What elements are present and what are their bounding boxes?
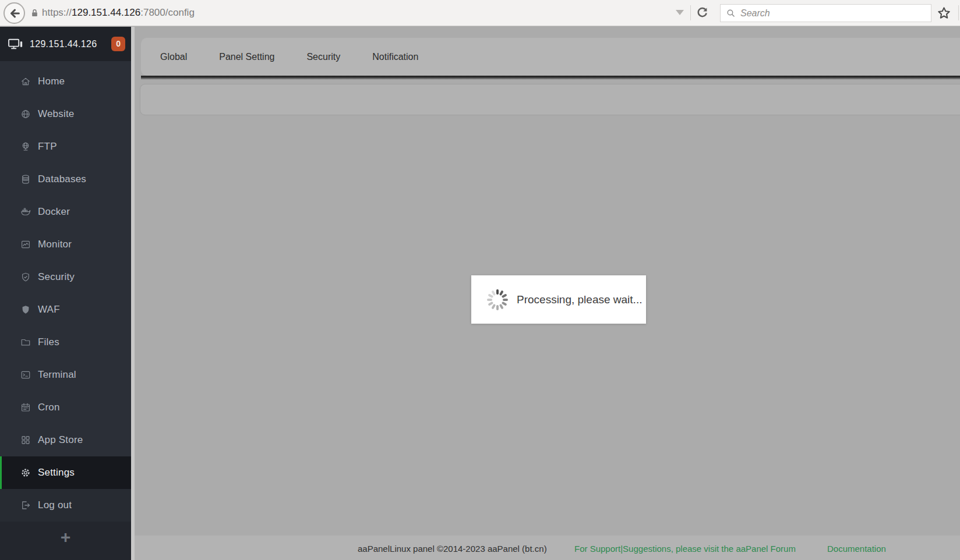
sidebar-item-home[interactable]: Home [0,65,131,98]
sidebar-item-label: Settings [38,467,75,479]
footer: aaPanelLinux panel ©2014-2023 aaPanel (b… [135,536,960,560]
sidebar-item-website[interactable]: Website [0,98,131,130]
docker-icon [20,207,31,217]
spinner-icon [486,288,509,311]
ftp-icon [20,141,31,152]
sidebar-item-label: App Store [38,434,83,446]
sidebar-item-label: Databases [38,173,86,185]
tab-bar-shadow [141,76,960,80]
database-icon [20,174,31,185]
copyright-text: aaPanelLinux panel ©2014-2023 aaPanel (b… [358,536,547,560]
tab-panel-setting[interactable]: Panel Setting [219,52,274,62]
sidebar-item-label: Log out [38,499,72,511]
settings-tab-bar: GlobalPanel SettingSecurityNotification [141,38,960,76]
toolbar-divider-right [958,5,959,20]
logout-icon [20,500,31,511]
sidebar-item-label: Security [38,271,75,283]
main-content: GlobalPanel SettingSecurityNotification … [135,27,960,560]
sidebar-item-label: Website [38,108,75,120]
sidebar: 129.151.44.126 0 Home Website FTP Databa… [0,27,131,560]
app-grid-icon [20,435,31,445]
url-scheme: https:// [42,7,72,18]
documentation-link[interactable]: Documentation [827,536,886,560]
url-path: :7800/config [140,7,195,18]
tab-security[interactable]: Security [306,52,340,62]
sidebar-item-files[interactable]: Files [0,326,131,359]
server-ip: 129.151.44.126 [30,39,97,49]
sidebar-nav: Home Website FTP Databases Docker Monito… [0,61,131,522]
sidebar-item-log-out[interactable]: Log out [0,489,131,522]
browser-search-box[interactable] [720,4,931,22]
gear-icon [20,467,31,478]
sidebar-item-label: Cron [38,402,60,413]
sidebar-item-terminal[interactable]: Terminal [0,359,131,391]
sidebar-item-label: Docker [38,206,70,218]
server-header[interactable]: 129.151.44.126 0 [0,27,131,61]
sidebar-item-app-store[interactable]: App Store [0,424,131,456]
sidebar-item-monitor[interactable]: Monitor [0,228,131,261]
sidebar-item-label: Home [38,76,65,87]
sidebar-item-label: FTP [38,141,57,153]
sidebar-item-docker[interactable]: Docker [0,196,131,228]
sidebar-item-settings[interactable]: Settings [0,456,131,489]
lock-icon [29,8,40,21]
globe-icon [20,109,31,119]
back-arrow-icon [8,7,21,20]
support-link[interactable]: For Support|Suggestions, please visit th… [574,536,796,560]
sidebar-item-waf[interactable]: WAF [0,293,131,326]
reload-button[interactable] [696,6,709,22]
server-device-icon [8,37,23,51]
tab-notification[interactable]: Notification [372,52,418,62]
toolbar-divider [690,5,691,20]
search-input[interactable] [740,8,931,19]
sidebar-item-databases[interactable]: Databases [0,163,131,196]
loading-dialog: Processing, please wait... [471,275,646,324]
sidebar-item-label: Monitor [38,239,72,250]
sidebar-bottom: + [0,522,131,560]
folder-icon [20,337,31,348]
url-host: 129.151.44.126 [72,7,140,18]
home-icon [20,76,31,87]
terminal-icon [20,370,31,380]
search-icon [726,8,736,18]
sidebar-item-label: Terminal [38,369,76,381]
url-bar[interactable]: https://129.151.44.126:7800/config [42,0,195,26]
sidebar-item-cron[interactable]: Cron [0,391,131,424]
add-button[interactable]: + [61,529,71,546]
monitor-icon [20,239,31,250]
back-button[interactable] [3,2,25,24]
bookmark-star-icon[interactable] [937,6,951,23]
calendar-icon [20,402,31,413]
settings-toolbar-placeholder [140,84,960,115]
shield-icon [20,304,31,315]
chevron-down-icon[interactable] [676,10,684,15]
sidebar-item-label: Files [38,336,59,348]
sidebar-item-label: WAF [38,304,60,316]
notification-badge[interactable]: 0 [111,37,125,51]
sidebar-item-security[interactable]: Security [0,261,131,293]
loading-message: Processing, please wait... [517,293,642,306]
sidebar-item-ftp[interactable]: FTP [0,130,131,163]
browser-toolbar: https://129.151.44.126:7800/config [0,0,960,26]
tab-global[interactable]: Global [160,52,187,62]
shield-check-icon [20,272,31,282]
